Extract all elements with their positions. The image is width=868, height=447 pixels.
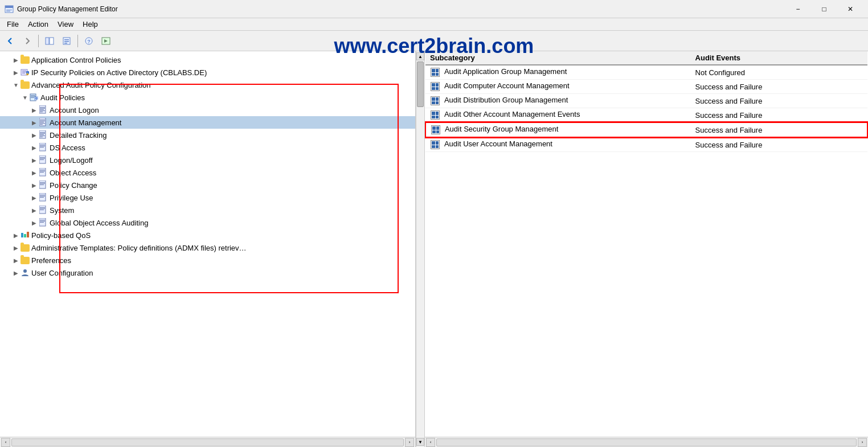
menu-item-file[interactable]: File xyxy=(2,19,23,30)
tree-item-audit-policies[interactable]: ▼ Audit Policies xyxy=(0,91,415,104)
tree-item-detailed-tracking[interactable]: ▶ Detailed Tracking xyxy=(0,129,415,141)
svg-rect-39 xyxy=(40,123,45,124)
tree-item-policy-change[interactable]: ▶ Policy Change xyxy=(0,179,415,191)
tree-item-app-control[interactable]: ▶ Application Control Policies xyxy=(0,54,415,66)
col-header-subcategory: Subcategory xyxy=(425,51,691,65)
expander-user-config[interactable]: ▶ xyxy=(11,268,21,277)
tree-item-user-config[interactable]: ▶ User Configuration xyxy=(0,266,415,279)
properties-button[interactable] xyxy=(59,33,75,49)
scroll-track-left[interactable] xyxy=(11,438,404,446)
expander-logon-logoff[interactable]: ▶ xyxy=(30,155,39,165)
left-vscroll[interactable]: ▲ ▼ xyxy=(416,51,425,447)
table-row[interactable]: Audit User Account Management Success an… xyxy=(425,137,867,152)
expander-account-management[interactable]: ▶ xyxy=(30,118,39,127)
svg-rect-44 xyxy=(40,134,44,135)
tree-label-app-control: Application Control Policies xyxy=(31,56,121,64)
expander-account-logon[interactable]: ▶ xyxy=(30,105,39,114)
vscroll-down[interactable]: ▼ xyxy=(416,438,424,446)
right-scroll-track[interactable] xyxy=(436,438,857,446)
policy-icon-system xyxy=(39,206,48,215)
svg-rect-70 xyxy=(40,210,44,210)
tree-item-policy-qos[interactable]: ▶ Policy-based QoS xyxy=(0,229,415,241)
tree-item-ds-access[interactable]: ▶ DS Access xyxy=(0,141,415,154)
expander-policy-change[interactable]: ▶ xyxy=(30,181,39,190)
tree-label-ds-access: DS Access xyxy=(50,143,85,152)
tree-label-object-access: Object Access xyxy=(50,169,96,177)
tree-item-global-object[interactable]: ▶ Global Object Access Auditing xyxy=(0,216,415,229)
svg-rect-25 xyxy=(35,97,36,99)
tree-item-system[interactable]: ▶ System xyxy=(0,204,415,216)
table-row[interactable]: Audit Application Group Management Not C… xyxy=(425,65,867,80)
back-button[interactable] xyxy=(2,33,18,49)
expander-privilege-use[interactable]: ▶ xyxy=(30,193,39,202)
left-scrollbar-h[interactable]: ‹ › xyxy=(0,437,415,447)
expander-ds-access[interactable]: ▶ xyxy=(30,143,39,152)
app-icon xyxy=(5,5,14,14)
table-row[interactable]: Audit Distribution Group Management Succ… xyxy=(425,94,867,108)
expander-object-access[interactable]: ▶ xyxy=(30,168,39,177)
tree-label-ip-security: IP Security Policies on Active Directory… xyxy=(31,68,207,77)
toolbar: ? xyxy=(0,31,868,51)
expander-advanced-audit[interactable]: ▼ xyxy=(11,80,21,89)
tree-label-logon-logoff: Logon/Logoff xyxy=(50,156,93,165)
svg-rect-23 xyxy=(31,97,34,98)
table-row[interactable]: Audit Computer Account Management Succes… xyxy=(425,80,867,94)
tree-item-account-management[interactable]: ▶ Account Management xyxy=(0,116,415,129)
scroll-right-arrow[interactable]: › xyxy=(405,438,414,447)
forward-button[interactable] xyxy=(19,33,35,49)
title-bar-controls: − □ ✕ xyxy=(785,0,863,18)
svg-rect-74 xyxy=(40,222,44,223)
menu-item-action[interactable]: Action xyxy=(23,19,53,30)
policy-icon-account-management xyxy=(39,118,48,127)
svg-rect-5 xyxy=(50,38,54,44)
tree-label-policy-change: Policy Change xyxy=(50,181,97,190)
vscroll-thumb[interactable] xyxy=(417,61,424,107)
expander-policy-qos[interactable]: ▶ xyxy=(11,231,21,240)
expander-global-object[interactable]: ▶ xyxy=(30,218,39,227)
expander-detailed-tracking[interactable]: ▶ xyxy=(30,130,39,140)
svg-rect-54 xyxy=(40,159,44,160)
right-scroll[interactable]: Subcategory Audit Events xyxy=(425,51,868,437)
tree-item-account-logon[interactable]: ▶ Account Logon xyxy=(0,104,415,116)
tree-item-privilege-use[interactable]: ▶ Privilege Use xyxy=(0,191,415,204)
tree-item-admin-templates[interactable]: ▶ Administrative Templates: Policy defin… xyxy=(0,241,415,254)
expander-ip-security[interactable]: ▶ xyxy=(11,68,21,77)
tree-item-logon-logoff[interactable]: ▶ Logon/Logoff xyxy=(0,154,415,166)
close-button[interactable]: ✕ xyxy=(837,0,863,18)
tree-label-account-management: Account Management xyxy=(50,118,121,127)
right-scroll-right-arrow[interactable]: › xyxy=(858,438,867,447)
tree-label-detailed-tracking: Detailed Tracking xyxy=(50,131,107,140)
minimize-button[interactable]: − xyxy=(785,0,811,18)
menu-item-help[interactable]: Help xyxy=(78,19,103,30)
svg-rect-75 xyxy=(21,233,23,237)
expander-system[interactable]: ▶ xyxy=(30,206,39,215)
run-button[interactable] xyxy=(98,33,114,49)
table-row[interactable]: Audit Other Account Management Events Su… xyxy=(425,108,867,123)
expander-audit-policies[interactable]: ▼ xyxy=(21,93,30,102)
tree-item-ip-security[interactable]: ▶ 🔒 IP Security Policies on Active Direc… xyxy=(0,66,415,79)
tree-item-object-access[interactable]: ▶ Object Access xyxy=(0,166,415,179)
right-scroll-left-arrow[interactable]: ‹ xyxy=(426,438,435,447)
menu-item-view[interactable]: View xyxy=(53,19,78,30)
help-button[interactable]: ? xyxy=(81,33,97,49)
tree-item-preferences[interactable]: ▶ Preferences xyxy=(0,254,415,266)
expander-admin-templates[interactable]: ▶ xyxy=(11,243,21,252)
svg-rect-22 xyxy=(31,96,35,97)
maximize-button[interactable]: □ xyxy=(811,0,837,18)
scroll-left-arrow[interactable]: ‹ xyxy=(1,438,10,447)
expander-preferences[interactable]: ▶ xyxy=(11,256,21,265)
table-row[interactable]: Audit Security Group Management Success … xyxy=(425,122,867,137)
vscroll-up[interactable]: ▲ xyxy=(416,52,424,60)
expander-app-control[interactable]: ▶ xyxy=(11,55,21,64)
svg-rect-72 xyxy=(40,220,45,220)
policy-icon-detailed-tracking xyxy=(39,130,48,140)
policy-icon-ip-security: 🔒 xyxy=(21,68,30,77)
show-hide-button[interactable] xyxy=(42,33,58,49)
right-scrollbar-h[interactable]: ‹ › xyxy=(425,437,868,447)
title-bar: Group Policy Management Editor − □ ✕ xyxy=(0,0,868,18)
tree-container[interactable]: ▶ Application Control Policies ▶ 🔒 xyxy=(0,51,415,437)
svg-rect-60 xyxy=(40,182,45,183)
tree-label-user-config: User Configuration xyxy=(31,269,93,277)
bits-icon-security-group xyxy=(431,125,441,135)
tree-item-advanced-audit[interactable]: ▼ Advanced Audit Policy Configuration xyxy=(0,79,415,91)
